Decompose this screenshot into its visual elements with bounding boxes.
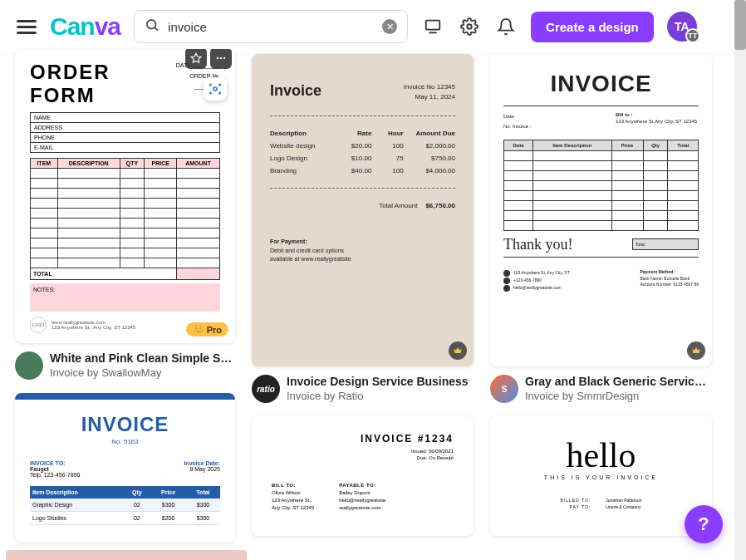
premium-badge [449, 341, 467, 360]
notifications-icon[interactable] [494, 15, 518, 38]
template-card[interactable]: INVOICE No. 5163 INVOICE TO:FaugetTelp. … [15, 393, 235, 543]
svg-line-1 [155, 27, 157, 30]
svg-point-8 [223, 57, 225, 59]
header: Canva ✕ Create a design TATT [0, 0, 746, 54]
template-title: Invoice Design Service Business [287, 375, 474, 388]
template-gallery: ORDER FORMDATE: ________ORDER №: _______… [0, 54, 746, 558]
template-author: Invoice by Ratio [287, 390, 474, 402]
svg-point-7 [220, 57, 222, 59]
template-thumbnail[interactable]: hello THIS IS YOUR INVOICE BILLED TO:PAY… [490, 416, 712, 536]
template-thumbnail[interactable]: ORDER FORMDATE: ________ORDER №: _______… [15, 49, 235, 343]
pro-badge: 👑 Pro [186, 322, 228, 336]
template-card[interactable]: INVOICE #1234 Issued: 06/09/2021Due: On … [252, 416, 474, 536]
search-box[interactable]: ✕ [134, 10, 408, 43]
template-card[interactable]: INVOICE Date:No. Invoice :Bill to :123 A… [490, 54, 712, 403]
avatar[interactable]: TATT [667, 12, 697, 42]
settings-icon[interactable] [458, 15, 481, 38]
template-thumbnail[interactable]: INVOICE Date:No. Invoice :Bill to :123 A… [490, 54, 712, 366]
search-input[interactable] [168, 20, 374, 34]
scan-icon[interactable] [204, 77, 227, 101]
author-avatar[interactable]: S [490, 375, 518, 403]
svg-point-6 [217, 57, 218, 59]
svg-rect-2 [426, 21, 440, 30]
template-title: White and Pink Clean Simple S… [50, 351, 235, 365]
more-icon[interactable] [210, 49, 232, 69]
author-avatar[interactable] [15, 351, 43, 380]
desktop-icon[interactable] [421, 15, 444, 38]
search-icon [145, 17, 160, 36]
template-card[interactable]: hello THIS IS YOUR INVOICE BILLED TO:PAY… [490, 416, 712, 536]
premium-badge [687, 341, 705, 360]
help-button[interactable]: ? [685, 505, 723, 543]
template-heading: ORDER FORM [30, 61, 168, 107]
clear-search-icon[interactable]: ✕ [382, 19, 397, 34]
scrollbar-thumb[interactable] [734, 0, 746, 50]
logo[interactable]: Canva [50, 12, 120, 41]
svg-marker-5 [191, 53, 201, 62]
avatar-team-badge: TT [685, 28, 700, 43]
scrollbar[interactable] [734, 0, 746, 560]
svg-point-4 [467, 24, 472, 29]
bottom-overlay [6, 550, 247, 560]
save-icon[interactable] [185, 49, 207, 69]
template-thumbnail[interactable]: InvoiceInvoice No 12345May 11, 2024 Desc… [252, 54, 474, 366]
menu-button[interactable] [17, 17, 37, 37]
template-title: Gray and Black Generic Service … [525, 375, 712, 388]
template-card[interactable]: InvoiceInvoice No 12345May 11, 2024 Desc… [252, 54, 474, 403]
template-author: Invoice by SwallowMay [50, 366, 235, 379]
svg-point-9 [213, 87, 217, 91]
template-thumbnail[interactable]: INVOICE No. 5163 INVOICE TO:FaugetTelp. … [15, 393, 235, 543]
template-author: Invoice by SmmrDesign [525, 390, 712, 402]
create-design-button[interactable]: Create a design [531, 12, 654, 42]
template-card[interactable]: ORDER FORMDATE: ________ORDER №: _______… [15, 54, 235, 380]
author-avatar[interactable]: ratio [252, 375, 280, 403]
svg-point-0 [147, 20, 156, 29]
template-thumbnail[interactable]: INVOICE #1234 Issued: 06/09/2021Due: On … [252, 416, 474, 536]
